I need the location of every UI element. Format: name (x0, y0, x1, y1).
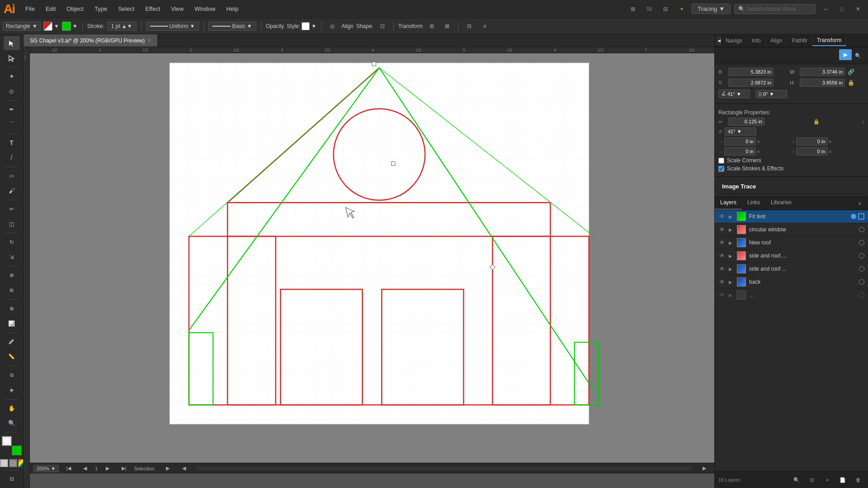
menu-type[interactable]: Type (90, 4, 112, 14)
run-button[interactable]: ▶ (839, 49, 852, 60)
paintbrush-tool[interactable]: 🖌 (4, 184, 20, 198)
links-tab[interactable]: Links (742, 197, 765, 210)
prev-page-btn[interactable]: ◀ (79, 462, 91, 475)
zoom-selector[interactable]: 200% ▼ (33, 465, 59, 472)
layer-expand-btn[interactable]: ▶ (727, 279, 734, 285)
fill-color[interactable]: ▼ (43, 22, 59, 31)
distort-icon[interactable]: ⊠ (441, 20, 453, 33)
layer-expand-btn[interactable]: ▶ (727, 253, 734, 259)
menu-object[interactable]: Object (62, 4, 88, 14)
canvas-main[interactable] (30, 53, 714, 463)
layer-eye-icon[interactable]: 👁 (718, 252, 726, 259)
direct-selection-tool[interactable] (4, 51, 20, 65)
selection-tool[interactable] (4, 36, 20, 50)
layer-target-icon[interactable] (859, 240, 864, 245)
shape-builder-tool[interactable]: ⊕ (4, 301, 20, 315)
layers-menu-btn[interactable]: ≡ (854, 197, 866, 210)
menu-help[interactable]: Help (222, 4, 243, 14)
tab-transform[interactable]: Transform (812, 35, 846, 46)
st-icon[interactable]: St (643, 3, 656, 15)
make-clipping-mask-btn[interactable]: ⊡ (806, 474, 818, 486)
layer-target-icon[interactable] (859, 253, 864, 258)
transform-btn[interactable]: Transform (398, 23, 423, 29)
artboard-tool[interactable]: ⊟ (4, 472, 20, 486)
h-scrollbar[interactable] (196, 467, 693, 470)
scale-strokes-checkbox[interactable] (718, 166, 724, 172)
layer-target-icon[interactable] (851, 214, 856, 219)
magic-wand-tool[interactable]: ✦ (4, 69, 20, 83)
first-page-btn[interactable]: |◀ (62, 462, 75, 475)
stroke-color[interactable]: ▼ (62, 22, 78, 31)
layer-expand-btn[interactable]: ▶ (727, 292, 734, 298)
menu-select[interactable]: Select (113, 4, 139, 14)
workspace-selector[interactable]: Tracing ▼ (692, 4, 731, 14)
menu-effect[interactable]: Effect (141, 4, 165, 14)
layer-fit-test[interactable]: 👁 ▶ Fit test (715, 210, 868, 223)
perspective-tool[interactable]: ◈ (4, 383, 20, 397)
create-sublayer-btn[interactable]: + (821, 474, 834, 486)
x-input[interactable] (728, 68, 774, 76)
gradient-btn[interactable] (18, 459, 24, 467)
color-mode-icon[interactable]: ◎ (326, 20, 339, 33)
measure-tool[interactable]: 📏 (4, 350, 20, 364)
menu-view[interactable]: View (166, 4, 188, 14)
align-btn[interactable]: Align (341, 23, 354, 29)
layer-target-icon[interactable] (859, 279, 864, 285)
lasso-tool[interactable]: ⊙ (4, 84, 20, 99)
stroke-width[interactable]: 1 pt ▲▼ (107, 22, 137, 31)
rect-angle-input[interactable]: 41° ▼ (725, 127, 756, 136)
type-tool[interactable]: T (4, 136, 20, 150)
tab-close-btn[interactable]: ✕ (147, 38, 151, 43)
transform-icon[interactable]: ⊞ (425, 20, 438, 33)
color-swatches[interactable] (2, 436, 22, 455)
layer-eye-icon[interactable]: 👁 (718, 213, 726, 220)
scale-corners-checkbox[interactable] (718, 158, 724, 164)
pencil-tool[interactable]: ✏ (4, 202, 20, 216)
scroll-right-btn[interactable]: ▶ (698, 462, 711, 475)
layer-expand-btn[interactable]: ▶ (727, 266, 734, 272)
layer-eye-icon[interactable]: 👁 (718, 278, 726, 286)
document-tab[interactable]: SG Chapel v3.ai* @ 200% (RGB/GPU Preview… (24, 34, 158, 47)
eyedropper-tool[interactable]: 💉 (4, 335, 20, 349)
menu-file[interactable]: File (21, 4, 39, 14)
rectangle-tool[interactable]: ▭ (4, 169, 20, 183)
tab-navigs[interactable]: Navigs (721, 36, 747, 46)
curvature-tool[interactable]: ⌒ (4, 117, 20, 131)
y-input[interactable] (728, 79, 774, 87)
libraries-tab[interactable]: Libraries (765, 197, 797, 210)
transform-group-tool[interactable]: ⊜ (4, 368, 20, 382)
next-page-btn[interactable]: ▶ (101, 462, 114, 475)
pen-tool[interactable]: ✒ (4, 103, 20, 117)
opacity-style[interactable]: Basic ▼ (208, 22, 256, 31)
menu-edit[interactable]: Edit (41, 4, 60, 14)
rect-x1-input[interactable] (724, 137, 756, 145)
layout-icon[interactable]: ⊟ (463, 20, 476, 33)
rect-x2-input[interactable] (724, 147, 756, 155)
arrange-icon[interactable]: ⊟ (659, 3, 672, 15)
panel-search-btn[interactable]: 🔍 (852, 49, 864, 62)
layer-target-icon[interactable] (859, 266, 864, 272)
stroke-type[interactable]: Uniform ▼ (146, 22, 199, 31)
layer-back[interactable]: 👁 ▶ back (715, 276, 868, 289)
layer-expand-btn[interactable]: ▶ (727, 226, 734, 233)
warp-tool[interactable]: ⊗ (4, 268, 20, 282)
shear-input[interactable]: ⌻ 0° ▼ (755, 90, 787, 98)
rect-h-input[interactable] (823, 117, 859, 126)
rotate-tool[interactable]: ↻ (4, 235, 20, 249)
locate-object-btn[interactable]: 🔍 (790, 474, 803, 486)
line-tool[interactable]: / (4, 150, 20, 164)
scroll-left-btn[interactable]: ◀ (178, 462, 190, 475)
constrain-proportions-btn[interactable]: 🔗 (848, 69, 854, 75)
new-layer-btn[interactable]: 📄 (836, 474, 849, 486)
tab-pathfinder[interactable]: Pathfir (787, 36, 812, 46)
menu-window[interactable]: Window (190, 4, 220, 14)
play-btn[interactable]: ▶ (161, 462, 174, 475)
layer-eye-icon[interactable]: 👁 (718, 239, 726, 246)
last-page-btn[interactable]: ▶| (118, 462, 130, 475)
rect-y2-input[interactable] (796, 147, 828, 155)
w-input[interactable] (800, 68, 845, 76)
delete-layer-btn[interactable]: 🗑 (852, 474, 864, 486)
minimize-btn[interactable]: ─ (819, 3, 832, 15)
layer-more[interactable]: 👁 ▶ ... (715, 289, 868, 302)
shape-icon[interactable]: ⊡ (376, 20, 389, 33)
